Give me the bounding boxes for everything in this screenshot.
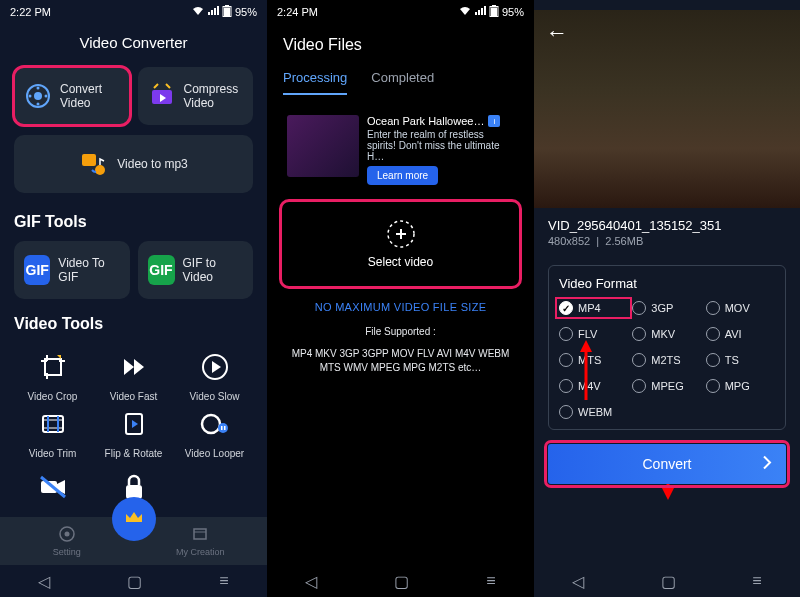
format-label: MPG: [725, 380, 750, 392]
svg-rect-18: [43, 416, 63, 432]
system-nav-bar: ◁ ▢ ≡: [534, 565, 800, 597]
home-icon[interactable]: ▢: [394, 572, 409, 591]
svg-marker-15: [134, 359, 144, 375]
video-resolution: 480x852: [548, 235, 590, 247]
signal-icon: [474, 6, 486, 18]
battery-icon: [222, 5, 232, 19]
compress-video-card[interactable]: Compress Video: [138, 67, 254, 125]
svg-point-8: [45, 95, 48, 98]
creation-icon: [191, 525, 209, 545]
battery-percent: 95%: [235, 6, 257, 18]
format-label: WEBM: [578, 406, 612, 418]
format-radio-mp4[interactable]: MP4: [559, 301, 628, 315]
video-trim-tool[interactable]: Video Trim: [14, 406, 91, 459]
annotation-arrow-up: [576, 340, 596, 400]
format-radio-ts[interactable]: TS: [706, 353, 775, 367]
ad-banner[interactable]: Ocean Park Hallowee…i Enter the realm of…: [281, 109, 520, 191]
video-metadata: 480x852 | 2.56MB: [534, 235, 800, 257]
crop-label: Video Crop: [28, 391, 78, 402]
wifi-icon: [459, 6, 471, 18]
format-label: MKV: [651, 328, 675, 340]
format-radio-mkv[interactable]: MKV: [632, 327, 701, 341]
ad-title: Ocean Park Hallowee…: [367, 115, 484, 127]
ad-learn-more-button[interactable]: Learn more: [367, 166, 438, 185]
tabs: Processing Completed: [267, 62, 534, 95]
video-size: 2.56MB: [605, 235, 643, 247]
phone-screen-2: 2:24 PM 95% Video Files Processing Compl…: [267, 0, 534, 597]
gear-icon: [58, 525, 76, 545]
back-icon[interactable]: ◁: [38, 572, 50, 591]
flip-rotate-tool[interactable]: Flip & Rotate: [95, 406, 172, 459]
status-right: 95%: [192, 5, 257, 19]
video-slow-tool[interactable]: Video Slow: [176, 349, 253, 402]
back-icon[interactable]: ◁: [572, 572, 584, 591]
battery-icon: [489, 5, 499, 19]
format-label: MPEG: [651, 380, 683, 392]
video-off-icon: [35, 469, 71, 505]
compress-video-icon: [148, 81, 176, 111]
video-to-mp3-label: Video to mp3: [117, 157, 188, 171]
gif-to-video-card[interactable]: GIF GIF to Video: [138, 241, 254, 299]
ad-badge-icon: i: [488, 115, 500, 127]
convert-button-label: Convert: [642, 456, 691, 472]
status-time: 2:22 PM: [10, 6, 51, 18]
signal-icon: [207, 6, 219, 18]
format-radio-webm[interactable]: WEBM: [559, 405, 628, 419]
status-right: 95%: [459, 5, 524, 19]
svg-marker-14: [124, 359, 134, 375]
file-supported-heading: File Supported :: [267, 321, 534, 343]
ad-line2: spirits! Don't miss the ultimate H…: [367, 140, 514, 162]
wifi-icon: [192, 6, 204, 18]
phone-screen-1: 2:22 PM 95% Video Converter Convert Vide…: [0, 0, 267, 597]
recents-icon[interactable]: ≡: [752, 572, 761, 590]
format-label: FLV: [578, 328, 597, 340]
battery-percent: 95%: [502, 6, 524, 18]
video-crop-tool[interactable]: Video Crop: [14, 349, 91, 402]
back-icon[interactable]: ◁: [305, 572, 317, 591]
crop-icon: [35, 349, 71, 385]
convert-video-card[interactable]: Convert Video: [14, 67, 130, 125]
crown-fab[interactable]: [112, 497, 156, 541]
convert-video-icon: [24, 81, 52, 111]
format-radio-m2ts[interactable]: M2TS: [632, 353, 701, 367]
tool-extra-1[interactable]: [14, 469, 91, 505]
svg-rect-39: [491, 8, 497, 17]
video-looper-tool[interactable]: Video Looper: [176, 406, 253, 459]
format-radio-mov[interactable]: MOV: [706, 301, 775, 315]
recents-icon[interactable]: ≡: [486, 572, 495, 590]
svg-point-7: [29, 95, 32, 98]
format-label: MP4: [578, 302, 601, 314]
convert-button[interactable]: Convert: [548, 444, 786, 484]
svg-rect-27: [221, 426, 223, 430]
video-to-mp3-card[interactable]: Video to mp3: [14, 135, 253, 193]
recents-icon[interactable]: ≡: [219, 572, 228, 590]
home-icon[interactable]: ▢: [127, 572, 142, 591]
format-radio-3gp[interactable]: 3GP: [632, 301, 701, 315]
gif-to-video-label: GIF to Video: [183, 256, 243, 284]
trim-icon: [35, 406, 71, 442]
slow-icon: [197, 349, 233, 385]
home-icon[interactable]: ▢: [661, 572, 676, 591]
format-radio-mpeg[interactable]: MPEG: [632, 379, 701, 393]
back-arrow-icon[interactable]: ←: [546, 20, 568, 46]
svg-rect-28: [224, 426, 226, 430]
svg-marker-44: [580, 340, 592, 352]
select-video-label: Select video: [368, 255, 433, 269]
format-radio-flv[interactable]: FLV: [559, 327, 628, 341]
format-label: MOV: [725, 302, 750, 314]
no-max-text: NO MAXIMUM VIDEO FILE SIZE: [267, 293, 534, 321]
gif-tools-heading: GIF Tools: [0, 207, 267, 241]
status-bar: 2:24 PM 95%: [267, 0, 534, 24]
gif-icon: GIF: [24, 255, 50, 285]
select-video-button[interactable]: Select video: [281, 201, 520, 287]
format-radio-mpg[interactable]: MPG: [706, 379, 775, 393]
svg-rect-2: [224, 8, 230, 17]
video-fast-tool[interactable]: Video Fast: [95, 349, 172, 402]
tab-processing[interactable]: Processing: [283, 62, 347, 95]
svg-point-5: [37, 87, 40, 90]
tab-completed[interactable]: Completed: [371, 62, 434, 95]
format-radio-avi[interactable]: AVI: [706, 327, 775, 341]
video-format-heading: Video Format: [559, 276, 775, 291]
video-to-gif-card[interactable]: GIF Video To GIF: [14, 241, 130, 299]
gif-icon-green: GIF: [148, 255, 175, 285]
